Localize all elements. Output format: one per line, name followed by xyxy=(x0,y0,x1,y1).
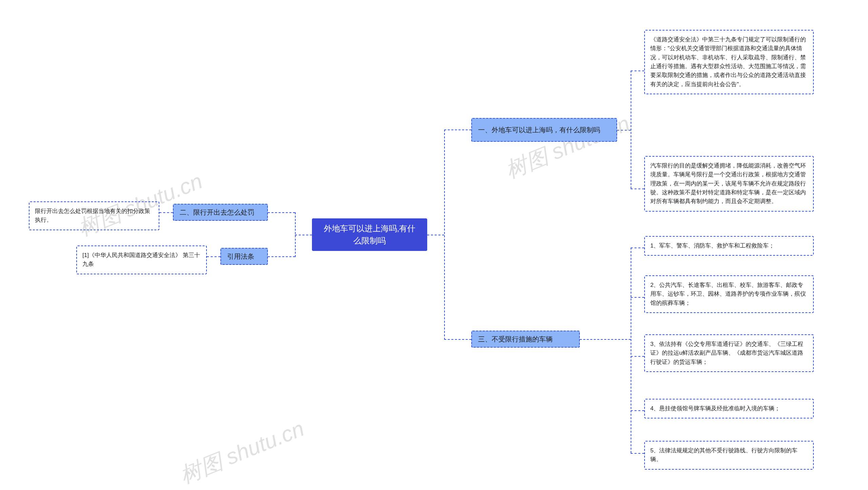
connector xyxy=(631,248,631,453)
connector xyxy=(268,212,295,213)
connector xyxy=(631,453,644,454)
connector xyxy=(631,410,644,411)
connector xyxy=(631,71,644,71)
connector xyxy=(617,130,631,131)
connector xyxy=(268,256,295,257)
connector xyxy=(159,212,173,213)
leaf-sec1-item-2[interactable]: 汽车限行的目的是缓解交通拥堵，降低能源消耗，改善空气环境质量。车辆尾号限行是一个… xyxy=(644,156,814,212)
leaf-sec3-item-2[interactable]: 2、公共汽车、长途客车、出租车、校车、旅游客车、邮政专用车、运钞车，环卫、园林、… xyxy=(644,275,814,313)
connector xyxy=(295,235,312,235)
branch-section-3[interactable]: 三、不受限行措施的车辆 xyxy=(471,331,580,348)
connector xyxy=(207,256,220,257)
connector xyxy=(631,248,644,248)
leaf-sec3-item-3[interactable]: 3、依法持有《公交专用车道通行证》的交通车、《三绿工程证》的拉运u鲜活农副产品车… xyxy=(644,334,814,372)
connector xyxy=(444,130,471,130)
leaf-sec1-item-1[interactable]: 《道路交通安全法》中第三十九条专门规定了可以限制通行的情形："公安机关交通管理部… xyxy=(644,30,814,94)
connector xyxy=(427,235,444,235)
connector xyxy=(295,212,296,257)
leaf-citation-item[interactable]: [1]《中华人民共和国道路交通安全法》 第三十九条 xyxy=(76,246,207,274)
connector xyxy=(444,130,445,340)
leaf-sec3-item-1[interactable]: 1、军车、警车、消防车、救护车和工程救险车； xyxy=(644,236,814,256)
connector xyxy=(580,339,631,340)
branch-citation[interactable]: 引用法条 xyxy=(220,248,268,265)
connector xyxy=(631,356,644,357)
leaf-sec2-item[interactable]: 限行开出去怎么处罚根据当地有关的扣分政策执行。 xyxy=(29,201,159,230)
leaf-sec3-item-4[interactable]: 4、悬挂使领馆号牌车辆及经批准临时入境的车辆； xyxy=(644,399,814,418)
connector xyxy=(444,339,471,340)
branch-section-2[interactable]: 二、限行开出去怎么处罚 xyxy=(173,204,268,221)
branch-section-1[interactable]: 一、外地车可以进上海吗，有什么限制吗 xyxy=(471,118,617,142)
connector xyxy=(631,71,631,189)
connector xyxy=(631,189,644,189)
watermark: 树图 shutu.cn xyxy=(176,414,309,490)
mindmap-canvas: 树图 shutu.cn 树图 shutu.cn 树图 shutu.cn 外地车可… xyxy=(0,0,868,490)
root-node[interactable]: 外地车可以进上海吗,有什么限制吗 xyxy=(312,218,427,251)
connector xyxy=(631,297,644,298)
leaf-sec3-item-5[interactable]: 5、法律法规规定的其他不受行驶路线、行驶方向限制的车辆。 xyxy=(644,441,814,470)
